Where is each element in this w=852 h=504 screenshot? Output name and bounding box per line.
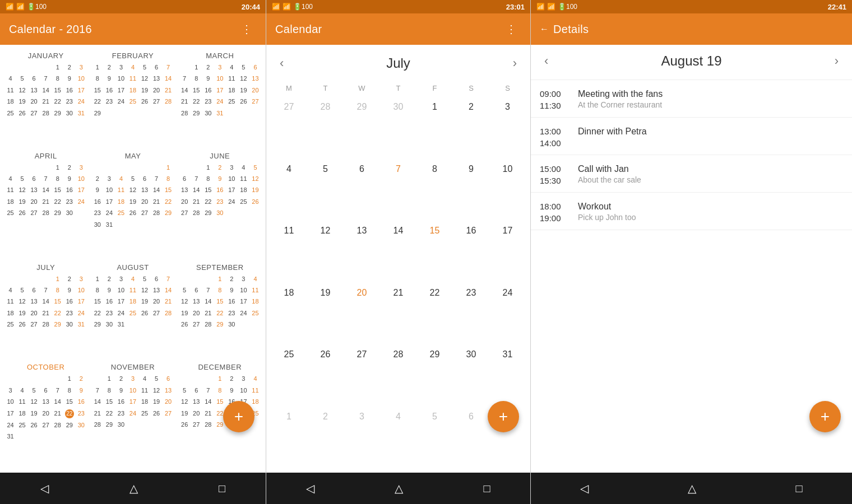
day-cell[interactable]: 29 [163,208,174,218]
day-cell[interactable]: 24 [4,420,16,431]
day-cell[interactable]: 10 [115,73,127,84]
back-icon[interactable]: ← [540,24,549,34]
day-cell[interactable]: 3 [4,385,16,396]
home-nav-1[interactable]: △ [118,477,149,500]
day-cell[interactable]: 3 [75,62,87,73]
day-cell[interactable]: 4 [226,62,238,73]
day-cell[interactable]: 10 [238,285,249,296]
event-list-item[interactable]: 18:0019:00WorkoutPick up John too [531,193,852,230]
day-cell[interactable]: 22 [214,308,226,319]
day-cell[interactable]: 25 [4,208,16,218]
day-cell[interactable]: 3 [238,274,249,284]
day-cell[interactable]: 13 [40,396,52,407]
calendar-day-cell[interactable]: 29 [344,97,380,159]
day-cell[interactable]: 2 [91,174,103,184]
day-cell[interactable]: 16 [103,85,115,96]
day-cell[interactable]: 19 [127,197,138,207]
day-cell[interactable]: 23 [63,308,75,319]
day-cell[interactable]: 21 [202,408,214,419]
calendar-day-cell[interactable]: 18 [271,283,307,345]
day-cell[interactable]: 20 [151,296,163,307]
day-cell[interactable]: 8 [103,385,115,396]
day-cell[interactable]: 4 [127,62,138,73]
next-month-btn[interactable]: › [508,54,521,73]
day-cell[interactable]: 18 [16,408,28,419]
day-cell[interactable]: 22 [52,96,63,107]
day-cell[interactable]: 7 [179,73,191,84]
day-cell[interactable]: 8 [63,385,75,396]
day-cell[interactable]: 6 [151,62,163,73]
toolbar-back[interactable]: ← Details [540,23,589,36]
day-cell[interactable]: 24 [115,308,127,319]
day-cell[interactable]: 1 [191,62,202,73]
day-cell[interactable]: 17 [75,85,87,96]
day-cell[interactable]: 18 [115,197,127,207]
day-cell[interactable]: 23 [91,208,103,218]
calendar-day-cell[interactable]: 22 [416,283,453,345]
day-cell[interactable]: 18 [4,96,16,107]
day-cell[interactable]: 11 [249,285,261,296]
day-cell[interactable]: 10 [226,174,238,184]
add-event-fab-1[interactable]: + [223,401,254,432]
day-cell[interactable]: 7 [163,62,174,73]
day-cell[interactable]: 13 [191,396,202,407]
back-nav-3[interactable]: ◁ [569,477,600,500]
day-cell[interactable]: 3 [238,374,249,384]
day-cell[interactable]: 22 [63,408,75,419]
day-cell[interactable]: 2 [63,274,75,284]
day-cell[interactable]: 30 [91,220,103,230]
recents-nav-3[interactable]: □ [784,478,813,500]
day-cell[interactable]: 27 [28,319,40,330]
day-cell[interactable]: 15 [91,296,103,307]
calendar-day-cell[interactable]: 30 [453,344,489,407]
day-cell[interactable]: 26 [16,208,28,218]
day-cell[interactable]: 23 [214,197,226,207]
day-cell[interactable]: 1 [214,274,226,284]
day-cell[interactable]: 9 [103,73,115,84]
day-cell[interactable]: 14 [40,185,52,195]
day-cell[interactable]: 5 [16,73,28,84]
calendar-day-cell[interactable]: 24 [489,283,526,345]
day-cell[interactable]: 4 [249,274,261,284]
prev-month-btn[interactable]: ‹ [275,54,288,73]
day-cell[interactable]: 10 [75,285,87,296]
day-cell[interactable]: 8 [52,174,63,184]
day-cell[interactable]: 12 [139,285,151,296]
day-cell[interactable]: 24 [75,96,87,107]
day-cell[interactable]: 7 [40,174,52,184]
calendar-day-cell[interactable]: 5 [307,159,344,221]
day-cell[interactable]: 23 [115,408,127,419]
day-cell[interactable]: 18 [249,396,261,407]
day-cell[interactable]: 21 [163,296,174,307]
day-cell[interactable]: 8 [214,385,226,396]
day-cell[interactable]: 17 [75,185,87,195]
day-cell[interactable]: 12 [28,396,40,407]
day-cell[interactable]: 27 [28,208,40,218]
day-cell[interactable]: 27 [191,419,202,430]
menu-icon-1[interactable]: ⋮ [237,18,257,40]
day-cell[interactable]: 19 [238,85,249,96]
day-cell[interactable]: 2 [226,374,238,384]
recents-nav-2[interactable]: □ [472,478,501,500]
day-cell[interactable]: 26 [127,208,138,218]
day-cell[interactable]: 29 [91,108,103,119]
day-cell[interactable]: 14 [40,85,52,96]
day-cell[interactable]: 18 [226,85,238,96]
day-cell[interactable]: 9 [226,385,238,396]
day-cell[interactable]: 15 [214,296,226,307]
day-cell[interactable]: 4 [127,274,138,284]
day-cell[interactable]: 13 [163,385,174,396]
day-cell[interactable]: 1 [103,374,115,384]
day-cell[interactable]: 15 [52,296,63,307]
calendar-day-cell[interactable]: 11 [271,221,307,283]
day-cell[interactable]: 16 [103,296,115,307]
day-cell[interactable]: 16 [75,396,87,407]
day-cell[interactable]: 24 [127,408,138,419]
day-cell[interactable]: 28 [40,208,52,218]
day-cell[interactable]: 30 [103,319,115,330]
day-cell[interactable]: 2 [63,62,75,73]
day-cell[interactable]: 20 [139,197,151,207]
day-cell[interactable]: 11 [115,185,127,195]
day-cell[interactable]: 24 [103,208,115,218]
day-cell[interactable]: 19 [16,96,28,107]
